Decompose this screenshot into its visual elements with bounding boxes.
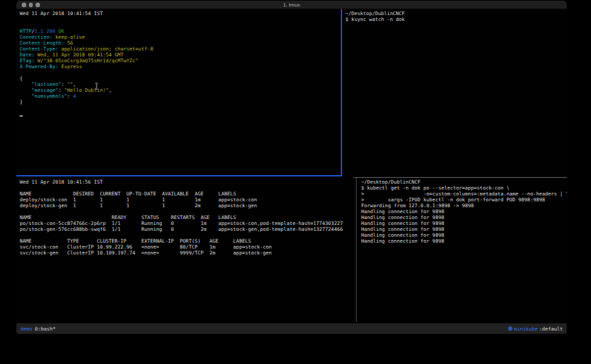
terminal-line: Handling connection for 9898: [361, 220, 567, 226]
terminal-line: "lastseen": "",: [20, 81, 341, 87]
pane-divider-horizontal-left[interactable]: [16, 175, 342, 176]
pane-divider-vertical-top[interactable]: [341, 9, 342, 176]
terminal-line: deploy/stock-gen 1 1 1 1 2m app=stock-ge…: [20, 203, 356, 209]
terminal-line: deploy/stock-con 1 1 1 1 1m app=stock-co…: [20, 197, 356, 203]
terminal-line: Handling connection for 9898: [361, 214, 567, 220]
pane-divider-horizontal-right[interactable]: [353, 177, 567, 178]
terminal-line: }: [20, 99, 341, 105]
pane-kubectl-resources[interactable]: Wed 11 Apr 2018 10:41:56 IST NAME DESIRE…: [16, 176, 356, 322]
terminal-line: Handling connection for 9898: [361, 226, 567, 232]
status-right: minikube :default: [508, 326, 563, 332]
terminal-line: HTTP/1.1 200 OK: [20, 28, 341, 34]
terminal-line: [20, 209, 356, 214]
terminal-line: [20, 16, 341, 22]
terminal-line: [20, 232, 356, 238]
pane-http-response[interactable]: Wed 11 Apr 2018 10:41:54 IST HTTP/1.1 20…: [16, 9, 341, 175]
status-left: demo 0:bash*: [20, 326, 56, 332]
terminal-line: Content-Type: application/json; charset=…: [20, 46, 341, 52]
terminal-line: "numsymbols": 4: [20, 93, 341, 99]
terminal-line: Connection: keep-alive: [20, 34, 341, 40]
terminal-line: Handling connection for 9898: [361, 232, 567, 238]
terminal-line: ▂: [20, 111, 341, 117]
terminal-line: $ ksync watch -n dok: [345, 16, 567, 22]
pane-divider-vertical-bottom[interactable]: [356, 178, 357, 322]
terminal-line: Content-Length: 56: [20, 40, 341, 46]
terminal-line: "message": "Hello Dublin!",: [20, 87, 341, 93]
pane-ksync-watch[interactable]: ~/Desktop/DublinCNCF$ ksync watch -n dok: [343, 9, 567, 177]
terminal-line: [20, 22, 341, 28]
terminal-line: svc/stock-gen ClusterIP 10.109.197.74 <n…: [20, 250, 356, 256]
tmux-status-bar: demo 0:bash* minikube :default: [16, 323, 567, 334]
terminal-line: > -o=custom-columns=:metadata.name --no-…: [361, 191, 567, 197]
terminal-line: {: [20, 75, 341, 81]
session-name: demo: [20, 326, 32, 332]
window-tab[interactable]: 0:bash*: [35, 326, 56, 332]
terminal-line: [20, 70, 341, 75]
terminal-line: po/stock-con-5cc874766c-2p6rp 1/1 Runnin…: [20, 220, 356, 226]
terminal-line: svc/stock-con ClusterIP 10.99.222.96 <no…: [20, 244, 356, 250]
terminal-line: po/stock-gen-576cc688bb-swqf6 1/1 Runnin…: [20, 226, 356, 232]
terminal-line: X-Powered-By: Express: [20, 64, 341, 70]
window-title: 1. tmux: [16, 2, 567, 8]
terminal-line: NAME READY STATUS RESTARTS AGE LABELS: [20, 214, 356, 220]
terminal-line: ~/Desktop/DublinCNCF: [361, 179, 567, 185]
terminal-line: $ kubectl get -n dok po --selector=app=s…: [361, 185, 567, 191]
ibeam-cursor-icon: [95, 83, 98, 90]
terminal-line: Forwarding from 127.0.0.1:9898 -> 9898: [361, 203, 567, 209]
title-bar[interactable]: 1. tmux: [16, 1, 567, 9]
terminal-window: 1. tmux Wed 11 Apr 2018 10:41:54 IST HTT…: [16, 1, 567, 334]
terminal-line: > xargs -IPOD kubectl -n dok port-forwar…: [361, 197, 567, 203]
kube-namespace: :default: [539, 326, 563, 332]
terminal-line: NAME TYPE CLUSTER-IP EXTERNAL-IP PORT(S)…: [20, 238, 356, 244]
terminal-line: Handling connection for 9898: [361, 238, 567, 244]
terminal-line: Wed 11 Apr 2018 10:41:56 IST: [20, 179, 356, 185]
terminal-line: [20, 185, 356, 191]
terminal-line: ~/Desktop/DublinCNCF: [345, 10, 567, 16]
pane-port-forward[interactable]: ~/Desktop/DublinCNCF$ kubectl get -n dok…: [358, 178, 567, 322]
terminal-line: NAME DESIRED CURRENT UP-TO-DATE AVAILABL…: [20, 191, 356, 197]
terminal-line: Wed 11 Apr 2018 10:41:54 IST: [20, 10, 341, 16]
kube-context: minikube: [514, 326, 538, 332]
terminal-line: Handling connection for 9898: [361, 209, 567, 214]
terminal-line: Date: Wed, 11 Apr 2018 09:41:54 GMT: [20, 52, 341, 58]
terminal-line: ETag: W/"38-05coCsrg3mQ75sHr1d/qcMTwYZc": [20, 58, 341, 64]
helm-wheel-icon: [508, 326, 513, 331]
terminal-line: [20, 105, 341, 111]
